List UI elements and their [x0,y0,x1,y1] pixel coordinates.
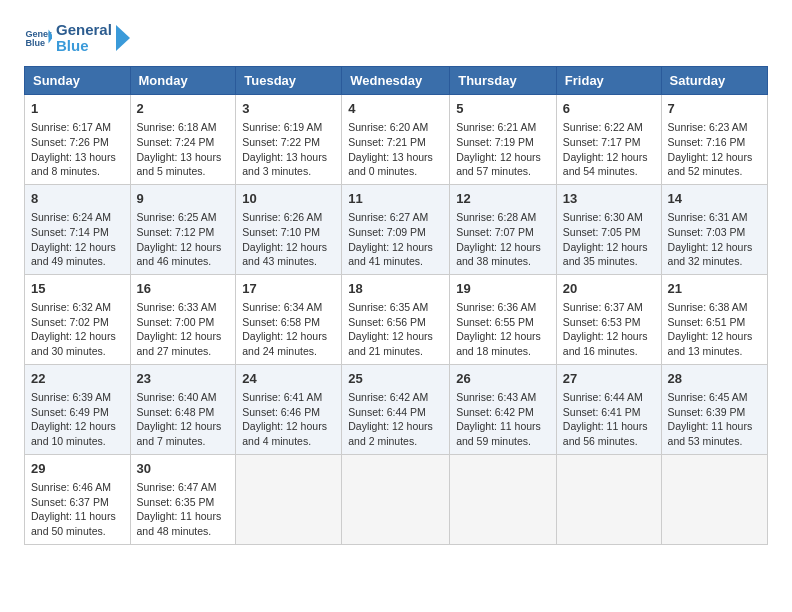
day-number: 14 [668,190,761,208]
daylight-label: Daylight: 12 hours and 38 minutes. [456,241,541,268]
sunset-label: Sunset: 7:16 PM [668,136,746,148]
calendar-cell: 13Sunrise: 6:30 AMSunset: 7:05 PMDayligh… [556,184,661,274]
daylight-label: Daylight: 11 hours and 59 minutes. [456,420,541,447]
calendar-cell: 15Sunrise: 6:32 AMSunset: 7:02 PMDayligh… [25,274,131,364]
day-number: 20 [563,280,655,298]
calendar-header-row: SundayMondayTuesdayWednesdayThursdayFrid… [25,67,768,95]
daylight-label: Daylight: 11 hours and 50 minutes. [31,510,116,537]
day-number: 15 [31,280,124,298]
sunset-label: Sunset: 6:53 PM [563,316,641,328]
day-number: 9 [137,190,230,208]
day-number: 25 [348,370,443,388]
day-number: 5 [456,100,550,118]
sunset-label: Sunset: 6:56 PM [348,316,426,328]
svg-marker-3 [116,25,130,51]
sunset-label: Sunset: 7:12 PM [137,226,215,238]
calendar-cell: 20Sunrise: 6:37 AMSunset: 6:53 PMDayligh… [556,274,661,364]
logo-icon: General Blue [24,24,52,52]
sunrise-label: Sunrise: 6:30 AM [563,211,643,223]
calendar-cell: 16Sunrise: 6:33 AMSunset: 7:00 PMDayligh… [130,274,236,364]
day-number: 13 [563,190,655,208]
daylight-label: Daylight: 12 hours and 54 minutes. [563,151,648,178]
logo: General Blue General Blue [24,20,134,56]
day-number: 21 [668,280,761,298]
calendar-cell: 30Sunrise: 6:47 AMSunset: 6:35 PMDayligh… [130,454,236,544]
calendar-cell: 5Sunrise: 6:21 AMSunset: 7:19 PMDaylight… [450,95,557,185]
daylight-label: Daylight: 13 hours and 5 minutes. [137,151,222,178]
daylight-label: Daylight: 12 hours and 41 minutes. [348,241,433,268]
daylight-label: Daylight: 12 hours and 18 minutes. [456,330,541,357]
weekday-header-sunday: Sunday [25,67,131,95]
calendar-cell: 22Sunrise: 6:39 AMSunset: 6:49 PMDayligh… [25,364,131,454]
day-number: 4 [348,100,443,118]
sunset-label: Sunset: 7:09 PM [348,226,426,238]
daylight-label: Daylight: 12 hours and 21 minutes. [348,330,433,357]
sunset-label: Sunset: 7:24 PM [137,136,215,148]
sunrise-label: Sunrise: 6:41 AM [242,391,322,403]
calendar-cell: 29Sunrise: 6:46 AMSunset: 6:37 PMDayligh… [25,454,131,544]
weekday-header-tuesday: Tuesday [236,67,342,95]
sunset-label: Sunset: 6:44 PM [348,406,426,418]
daylight-label: Daylight: 11 hours and 48 minutes. [137,510,222,537]
day-number: 24 [242,370,335,388]
calendar-week-5: 29Sunrise: 6:46 AMSunset: 6:37 PMDayligh… [25,454,768,544]
calendar-cell: 21Sunrise: 6:38 AMSunset: 6:51 PMDayligh… [661,274,767,364]
sunrise-label: Sunrise: 6:26 AM [242,211,322,223]
calendar-week-4: 22Sunrise: 6:39 AMSunset: 6:49 PMDayligh… [25,364,768,454]
calendar-cell: 9Sunrise: 6:25 AMSunset: 7:12 PMDaylight… [130,184,236,274]
calendar-cell: 25Sunrise: 6:42 AMSunset: 6:44 PMDayligh… [342,364,450,454]
daylight-label: Daylight: 13 hours and 0 minutes. [348,151,433,178]
sunset-label: Sunset: 6:39 PM [668,406,746,418]
weekday-header-monday: Monday [130,67,236,95]
calendar-week-2: 8Sunrise: 6:24 AMSunset: 7:14 PMDaylight… [25,184,768,274]
calendar-cell: 26Sunrise: 6:43 AMSunset: 6:42 PMDayligh… [450,364,557,454]
calendar-cell: 18Sunrise: 6:35 AMSunset: 6:56 PMDayligh… [342,274,450,364]
day-number: 27 [563,370,655,388]
weekday-header-thursday: Thursday [450,67,557,95]
sunrise-label: Sunrise: 6:36 AM [456,301,536,313]
sunset-label: Sunset: 7:10 PM [242,226,320,238]
sunrise-label: Sunrise: 6:46 AM [31,481,111,493]
sunrise-label: Sunrise: 6:31 AM [668,211,748,223]
day-number: 19 [456,280,550,298]
calendar-cell: 28Sunrise: 6:45 AMSunset: 6:39 PMDayligh… [661,364,767,454]
sunrise-label: Sunrise: 6:23 AM [668,121,748,133]
sunrise-label: Sunrise: 6:20 AM [348,121,428,133]
daylight-label: Daylight: 12 hours and 24 minutes. [242,330,327,357]
sunrise-label: Sunrise: 6:42 AM [348,391,428,403]
daylight-label: Daylight: 12 hours and 7 minutes. [137,420,222,447]
weekday-header-friday: Friday [556,67,661,95]
day-number: 1 [31,100,124,118]
sunset-label: Sunset: 6:35 PM [137,496,215,508]
sunrise-label: Sunrise: 6:33 AM [137,301,217,313]
sunrise-label: Sunrise: 6:35 AM [348,301,428,313]
logo-text: General [56,22,112,39]
calendar-cell: 6Sunrise: 6:22 AMSunset: 7:17 PMDaylight… [556,95,661,185]
sunset-label: Sunset: 6:55 PM [456,316,534,328]
sunrise-label: Sunrise: 6:28 AM [456,211,536,223]
sunrise-label: Sunrise: 6:22 AM [563,121,643,133]
day-number: 11 [348,190,443,208]
daylight-label: Daylight: 12 hours and 27 minutes. [137,330,222,357]
sunrise-label: Sunrise: 6:21 AM [456,121,536,133]
sunrise-label: Sunrise: 6:40 AM [137,391,217,403]
weekday-header-saturday: Saturday [661,67,767,95]
day-number: 10 [242,190,335,208]
sunset-label: Sunset: 7:26 PM [31,136,109,148]
calendar-cell: 3Sunrise: 6:19 AMSunset: 7:22 PMDaylight… [236,95,342,185]
sunrise-label: Sunrise: 6:39 AM [31,391,111,403]
daylight-label: Daylight: 12 hours and 52 minutes. [668,151,753,178]
sunset-label: Sunset: 6:37 PM [31,496,109,508]
day-number: 30 [137,460,230,478]
calendar-cell [661,454,767,544]
day-number: 16 [137,280,230,298]
sunrise-label: Sunrise: 6:25 AM [137,211,217,223]
daylight-label: Daylight: 12 hours and 35 minutes. [563,241,648,268]
day-number: 6 [563,100,655,118]
sunset-label: Sunset: 7:19 PM [456,136,534,148]
sunrise-label: Sunrise: 6:18 AM [137,121,217,133]
daylight-label: Daylight: 12 hours and 10 minutes. [31,420,116,447]
calendar-week-3: 15Sunrise: 6:32 AMSunset: 7:02 PMDayligh… [25,274,768,364]
calendar-cell: 10Sunrise: 6:26 AMSunset: 7:10 PMDayligh… [236,184,342,274]
sunset-label: Sunset: 7:21 PM [348,136,426,148]
